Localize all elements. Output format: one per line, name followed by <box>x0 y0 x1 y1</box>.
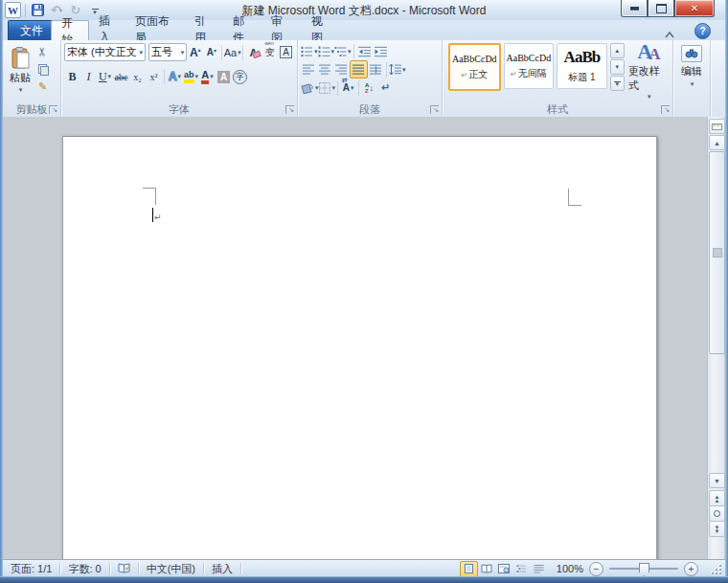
enclose-characters-button[interactable]: 字 <box>232 69 248 85</box>
minimize-button[interactable] <box>621 0 648 17</box>
tab-home[interactable]: 开始 <box>51 20 89 41</box>
line-spacing-button[interactable] <box>389 61 406 78</box>
shading-button[interactable] <box>301 79 319 96</box>
tab-references[interactable]: 引用 <box>185 20 221 39</box>
style-gallery-down-button[interactable]: ▼ <box>610 59 625 75</box>
divider <box>337 80 338 96</box>
font-dialog-launcher[interactable] <box>285 105 294 114</box>
style-gallery-up-button[interactable]: ▲ <box>610 43 625 58</box>
help-button[interactable]: ? <box>694 23 711 39</box>
grow-font-button[interactable]: A <box>187 44 203 60</box>
outline-view-button[interactable] <box>513 562 530 576</box>
proofing-status-button[interactable] <box>110 560 138 577</box>
tab-insert[interactable]: 插入 <box>89 20 125 39</box>
save-button[interactable] <box>30 3 45 18</box>
view-ruler-button[interactable] <box>709 119 725 134</box>
zoom-slider[interactable] <box>609 568 678 570</box>
format-painter-button[interactable]: ✎ <box>34 78 51 94</box>
zoom-out-button[interactable]: − <box>589 562 603 576</box>
print-layout-view-button[interactable] <box>460 561 478 577</box>
word-logo-icon[interactable]: W <box>5 2 21 18</box>
quick-access-toolbar: W ↶▾ ↻ ▼ <box>5 2 102 18</box>
increase-indent-button[interactable] <box>373 43 389 59</box>
asian-layout-button[interactable]: A <box>340 79 356 96</box>
change-styles-button[interactable]: AA 更改样式 <box>628 43 670 99</box>
underline-button[interactable]: U <box>97 69 113 85</box>
bold-button[interactable]: B <box>64 69 80 85</box>
style-heading1[interactable]: AaBb 标题 1 <box>557 43 607 89</box>
paragraph-dialog-launcher[interactable] <box>430 105 439 114</box>
change-case-button[interactable]: Aa <box>224 44 240 60</box>
maximize-button[interactable] <box>648 0 674 17</box>
collapse-ribbon-button[interactable] <box>664 26 675 35</box>
style-gallery-scroll: ▲ ▼ ▼ <box>610 43 625 91</box>
margin-mark-left <box>143 188 156 205</box>
scroll-down-button[interactable]: ▼ <box>709 473 725 488</box>
subscript-button[interactable]: x₂ <box>129 69 146 85</box>
web-layout-view-button[interactable] <box>496 562 512 576</box>
tab-page-layout[interactable]: 页面布局 <box>125 20 187 39</box>
draft-view-button[interactable] <box>531 562 547 576</box>
editing-button[interactable]: 编辑 <box>676 45 707 88</box>
insert-mode-indicator[interactable]: 插入 <box>204 560 240 577</box>
zoom-level[interactable]: 100% <box>557 563 583 574</box>
paste-button[interactable]: 粘贴 <box>6 42 34 98</box>
document-page[interactable]: ↵ <box>62 136 657 559</box>
zoom-slider-thumb[interactable] <box>639 563 649 576</box>
font-group-label: 字体 <box>169 102 190 117</box>
font-color-button[interactable]: A <box>199 69 216 85</box>
styles-dialog-launcher[interactable] <box>661 105 670 114</box>
style-no-spacing[interactable]: AaBbCcDd ↵无间隔 <box>504 43 555 89</box>
style-normal[interactable]: AaBbCcDd ↵正文 <box>448 43 501 91</box>
character-shading-button[interactable]: A <box>216 69 232 85</box>
vertical-scrollbar[interactable]: ▲ ▼ ▲▲ ▼▼ <box>707 117 724 559</box>
show-formatting-marks-button[interactable]: ↵ <box>377 79 394 96</box>
character-border-button[interactable]: A <box>278 44 294 60</box>
paste-icon <box>11 47 30 70</box>
word-count[interactable]: 字数: 0 <box>60 560 108 577</box>
copy-button[interactable] <box>34 61 51 77</box>
next-page-button[interactable]: ▼▼ <box>709 521 725 537</box>
italic-button[interactable]: I <box>80 69 97 85</box>
bullets-button[interactable] <box>301 43 318 59</box>
zoom-in-button[interactable]: + <box>684 562 698 576</box>
multilevel-list-button[interactable] <box>334 43 352 59</box>
align-right-button[interactable] <box>333 61 350 78</box>
minimize-icon <box>630 7 639 11</box>
scroll-up-button[interactable]: ▲ <box>709 135 725 150</box>
close-button[interactable]: ✕ <box>674 0 715 17</box>
tab-view[interactable]: 视图 <box>302 20 338 39</box>
reading-view-icon <box>481 564 492 573</box>
style-gallery-more-button[interactable]: ▼ <box>610 76 625 91</box>
fullscreen-reading-view-button[interactable] <box>479 562 495 576</box>
sort-button[interactable]: AZ ↓ <box>361 79 377 96</box>
phonetic-guide-button[interactable]: 变 <box>262 44 278 60</box>
align-center-button[interactable] <box>317 61 333 78</box>
scrollbar-grip <box>713 248 722 258</box>
font-size-combobox[interactable]: 五号 <box>148 43 187 61</box>
decrease-indent-button[interactable] <box>356 43 373 59</box>
scrollbar-thumb[interactable] <box>709 151 725 354</box>
borders-button[interactable] <box>319 79 336 96</box>
cut-button[interactable]: ✂ <box>34 44 51 59</box>
tab-review[interactable]: 审阅 <box>262 20 298 39</box>
distribute-button[interactable] <box>368 61 384 78</box>
page-indicator[interactable]: 页面: 1/1 <box>3 560 59 577</box>
shrink-font-button[interactable]: A <box>203 44 219 60</box>
tab-mailings[interactable]: 邮件 <box>223 20 260 39</box>
numbering-button[interactable] <box>318 43 335 59</box>
text-highlight-button[interactable]: ab <box>183 69 199 85</box>
superscript-button[interactable]: x² <box>146 69 162 85</box>
previous-page-button[interactable]: ▲▲ <box>709 490 725 506</box>
select-browse-object-button[interactable] <box>709 505 725 522</box>
tab-file[interactable]: 文件 <box>8 20 56 40</box>
strikethrough-button[interactable]: abc <box>113 69 129 85</box>
text-effects-button[interactable]: A <box>167 69 183 85</box>
language-indicator[interactable]: 中文(中国) <box>139 560 203 577</box>
clear-formatting-button[interactable]: A <box>245 44 262 60</box>
resize-grip[interactable] <box>710 563 721 574</box>
clipboard-dialog-launcher[interactable] <box>49 105 57 114</box>
align-left-button[interactable] <box>301 61 317 78</box>
font-name-combobox[interactable]: 宋体 (中文正文 <box>64 43 146 61</box>
justify-button[interactable] <box>350 60 368 78</box>
